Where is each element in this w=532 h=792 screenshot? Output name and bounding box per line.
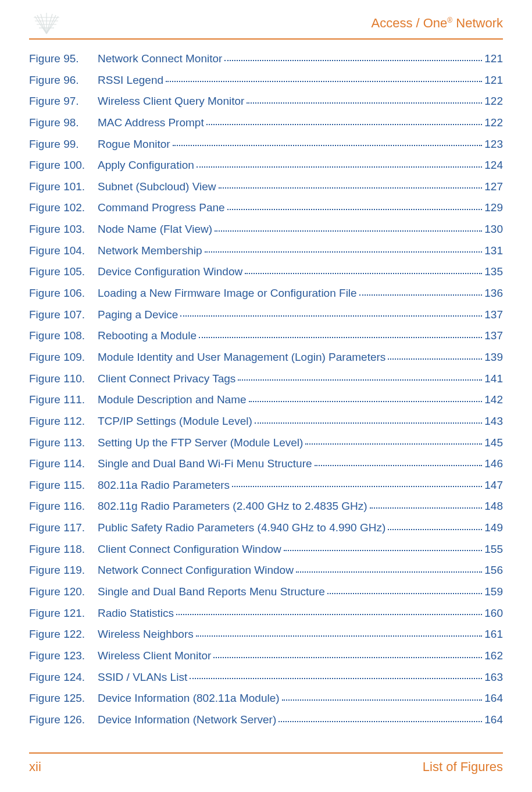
dot-leader — [296, 571, 482, 573]
figure-entry[interactable]: Figure 124.SSID / VLANs List163 — [29, 670, 503, 685]
figure-entry[interactable]: Figure 106.Loading a New Firmware Image … — [29, 286, 503, 301]
figure-desc-wrap: TCP/IP Settings (Module Level)143 — [98, 414, 503, 429]
figure-entry[interactable]: Figure 121.Radio Statistics160 — [29, 606, 503, 621]
figure-description: Wireless Neighbors — [98, 627, 194, 642]
figure-entry[interactable]: Figure 125.Device Information (802.11a M… — [29, 691, 503, 706]
figure-entry[interactable]: Figure 102.Command Progress Pane129 — [29, 200, 503, 215]
figure-entry[interactable]: Figure 95.Network Connect Monitor121 — [29, 51, 503, 66]
figure-page: 164 — [484, 712, 503, 727]
figure-entry[interactable]: Figure 103.Node Name (Flat View)130 — [29, 222, 503, 237]
figure-label: Figure 120. — [29, 584, 98, 599]
figure-label: Figure 123. — [29, 648, 98, 663]
figure-label: Figure 97. — [29, 94, 98, 109]
figure-description: 802.11g Radio Parameters (2.400 GHz to 2… — [98, 499, 367, 514]
dot-leader — [176, 614, 482, 615]
figure-entry[interactable]: Figure 122.Wireless Neighbors161 — [29, 627, 503, 642]
figure-page: 155 — [484, 542, 503, 557]
figure-entry[interactable]: Figure 113.Setting Up the FTP Server (Mo… — [29, 435, 503, 450]
figure-entry[interactable]: Figure 97.Wireless Client Query Monitor1… — [29, 94, 503, 109]
figure-page: 137 — [484, 328, 503, 343]
dot-leader — [227, 209, 483, 210]
figure-entry[interactable]: Figure 98.MAC Address Prompt122 — [29, 115, 503, 130]
figure-desc-wrap: Network Membership131 — [98, 243, 503, 258]
figure-page: 127 — [484, 179, 503, 194]
figure-desc-wrap: Subnet (Subcloud) View127 — [98, 179, 503, 194]
figure-desc-wrap: Wireless Client Query Monitor122 — [98, 94, 503, 109]
figure-label: Figure 122. — [29, 627, 98, 642]
figure-entry[interactable]: Figure 115.802.11a Radio Parameters147 — [29, 478, 503, 493]
figure-label: Figure 106. — [29, 286, 98, 301]
figure-page: 142 — [484, 392, 503, 407]
figure-description: MAC Address Prompt — [98, 115, 204, 130]
dot-leader — [315, 465, 483, 466]
figure-entry[interactable]: Figure 101.Subnet (Subcloud) View127 — [29, 179, 503, 194]
figure-description: RSSI Legend — [98, 73, 163, 88]
figure-entry[interactable]: Figure 96.RSSI Legend121 — [29, 73, 503, 88]
figure-page: 163 — [484, 670, 503, 685]
figure-desc-wrap: Module Identity and User Management (Log… — [98, 350, 503, 365]
figure-desc-wrap: Single and Dual Band Reports Menu Struct… — [98, 584, 503, 599]
figure-entry[interactable]: Figure 123.Wireless Client Monitor162 — [29, 648, 503, 663]
figure-entry[interactable]: Figure 110.Client Connect Privacy Tags14… — [29, 371, 503, 386]
figure-entry[interactable]: Figure 111.Module Description and Name14… — [29, 392, 503, 407]
figure-desc-wrap: Loading a New Firmware Image or Configur… — [98, 286, 503, 301]
figure-label: Figure 121. — [29, 606, 98, 621]
figure-page: 164 — [484, 691, 503, 706]
figure-entry[interactable]: Figure 100.Apply Configuration124 — [29, 158, 503, 173]
figure-page: 122 — [484, 115, 503, 130]
figure-label: Figure 116. — [29, 499, 98, 514]
figure-description: Command Progress Pane — [98, 200, 225, 215]
figure-page: 162 — [484, 648, 503, 663]
figure-page: 147 — [484, 478, 503, 493]
figure-page: 135 — [484, 264, 503, 279]
figure-entry[interactable]: Figure 117.Public Safety Radio Parameter… — [29, 520, 503, 535]
figure-label: Figure 100. — [29, 158, 98, 173]
figure-label: Figure 113. — [29, 435, 98, 450]
figure-entry[interactable]: Figure 116.802.11g Radio Parameters (2.4… — [29, 499, 503, 514]
dot-leader — [247, 102, 482, 104]
dot-leader — [282, 699, 483, 701]
figure-entry[interactable]: Figure 126.Device Information (Network S… — [29, 712, 503, 727]
dot-leader — [388, 529, 482, 530]
figure-label: Figure 103. — [29, 222, 98, 237]
figure-desc-wrap: Rogue Monitor123 — [98, 137, 503, 152]
figure-entry[interactable]: Figure 104.Network Membership131 — [29, 243, 503, 258]
dot-leader — [166, 81, 482, 82]
figure-desc-wrap: Paging a Device137 — [98, 307, 503, 322]
figure-entry[interactable]: Figure 99.Rogue Monitor123 — [29, 137, 503, 152]
figure-entry[interactable]: Figure 105.Device Configuration Window13… — [29, 264, 503, 279]
figure-entry[interactable]: Figure 114.Single and Dual Band Wi-Fi Me… — [29, 456, 503, 471]
dot-leader — [232, 486, 482, 487]
figure-description: Network Connect Monitor — [98, 51, 222, 66]
figure-entry[interactable]: Figure 109.Module Identity and User Mana… — [29, 350, 503, 365]
figure-entry[interactable]: Figure 108.Rebooting a Module137 — [29, 328, 503, 343]
figure-page: 149 — [484, 520, 503, 535]
figure-page: 124 — [484, 158, 503, 173]
figure-description: Loading a New Firmware Image or Configur… — [98, 286, 357, 301]
figure-entry[interactable]: Figure 112.TCP/IP Settings (Module Level… — [29, 414, 503, 429]
dot-leader — [190, 678, 482, 679]
page-footer: xii List of Figures — [29, 752, 503, 775]
figure-description: Paging a Device — [98, 307, 178, 322]
figure-desc-wrap: Device Information (Network Server)164 — [98, 712, 503, 727]
figure-description: Node Name (Flat View) — [98, 222, 212, 237]
figure-entry[interactable]: Figure 120.Single and Dual Band Reports … — [29, 584, 503, 599]
figure-desc-wrap: Client Connect Privacy Tags141 — [98, 371, 503, 386]
figure-desc-wrap: Radio Statistics160 — [98, 606, 503, 621]
figure-entry[interactable]: Figure 119.Network Connect Configuration… — [29, 563, 503, 578]
figure-desc-wrap: Setting Up the FTP Server (Module Level)… — [98, 435, 503, 450]
figure-page: 137 — [484, 307, 503, 322]
figure-label: Figure 126. — [29, 712, 98, 727]
figure-label: Figure 110. — [29, 371, 98, 386]
figure-entry[interactable]: Figure 118.Client Connect Configuration … — [29, 542, 503, 557]
dot-leader — [245, 273, 482, 274]
figure-label: Figure 107. — [29, 307, 98, 322]
dot-leader — [305, 443, 482, 445]
figure-label: Figure 109. — [29, 350, 98, 365]
dot-leader — [205, 251, 483, 253]
figure-description: Wireless Client Query Monitor — [98, 94, 244, 109]
figure-entry[interactable]: Figure 107.Paging a Device137 — [29, 307, 503, 322]
figure-label: Figure 125. — [29, 691, 98, 706]
figure-desc-wrap: Module Description and Name142 — [98, 392, 503, 407]
figure-list: Figure 95.Network Connect Monitor121Figu… — [29, 51, 503, 752]
